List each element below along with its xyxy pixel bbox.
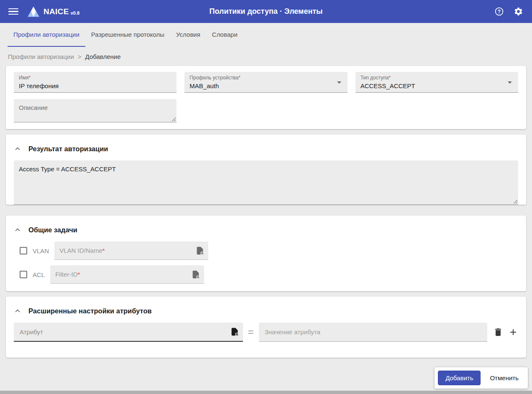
- device-profile-value: MAB_auth: [189, 82, 342, 90]
- device-profile-select[interactable]: Профиль устройства* MAB_auth: [184, 72, 347, 93]
- name-label: Имя*: [19, 75, 171, 81]
- attribute-placeholder: Атрибут: [20, 328, 43, 336]
- name-field[interactable]: Имя*: [14, 72, 176, 93]
- plus-icon[interactable]: [508, 327, 518, 337]
- section-title-common-tasks: Общие задачи: [28, 226, 77, 234]
- vlan-task-row: VLAN VLAN ID/Name*: [14, 241, 518, 260]
- collapse-chevron-icon[interactable]: [14, 145, 21, 153]
- profile-form-card: Имя* Профиль устройства* MAB_auth Тип до…: [6, 66, 526, 129]
- access-type-value: ACCESS_ACCEPT: [361, 82, 513, 90]
- equals-sign: =: [248, 327, 254, 337]
- form-actions-bar: Добавить Отменить: [435, 367, 528, 389]
- help-icon[interactable]: ?: [494, 6, 504, 17]
- horizontal-scrollbar[interactable]: [0, 391, 532, 394]
- chevron-down-icon: [334, 77, 344, 87]
- section-title-advanced: Расширенные настройки атрибутов: [28, 307, 152, 315]
- insert-from-dictionary-icon[interactable]: [230, 327, 239, 336]
- vlan-id-field[interactable]: VLAN ID/Name*: [54, 241, 208, 260]
- resize-handle[interactable]: [171, 117, 176, 121]
- acl-checkbox[interactable]: [20, 271, 27, 278]
- auth-result-card: Результат авторизации Access Type = ACCE…: [6, 135, 526, 205]
- attribute-value-field[interactable]: Значение атрибута: [259, 323, 487, 342]
- app-logo-icon: [27, 6, 40, 18]
- menu-icon[interactable]: [8, 7, 18, 17]
- brand-name: NAICE: [43, 7, 69, 16]
- section-title-auth-result: Результат авторизации: [28, 145, 108, 153]
- description-textarea[interactable]: Описание: [14, 99, 176, 122]
- add-button[interactable]: Добавить: [438, 371, 481, 385]
- advanced-attributes-card: Расширенные настройки атрибутов Атрибут …: [6, 297, 526, 358]
- breadcrumb-parent[interactable]: Профили авторизации: [8, 53, 74, 61]
- page-title: Политики доступа · Элементы: [0, 7, 532, 16]
- tab-conditions[interactable]: Условия: [170, 23, 206, 47]
- attribute-value-placeholder: Значение атрибута: [265, 328, 320, 336]
- collapse-chevron-icon[interactable]: [14, 226, 21, 234]
- breadcrumb: Профили авторизации > Добавление: [0, 47, 532, 66]
- vlan-id-placeholder: VLAN ID/Name*: [59, 247, 105, 254]
- trash-icon[interactable]: [493, 327, 503, 337]
- tab-bar: Профили авторизации Разрешенные протокол…: [0, 23, 532, 47]
- access-type-label: Тип доступа*: [361, 75, 513, 81]
- tab-auth-profiles[interactable]: Профили авторизации: [8, 23, 85, 47]
- gear-icon[interactable]: [513, 6, 524, 17]
- cancel-button[interactable]: Отменить: [484, 371, 524, 385]
- filter-id-field[interactable]: Filter-ID*: [50, 265, 204, 284]
- acl-task-row: ACL Filter-ID*: [14, 265, 518, 284]
- auth-result-textarea[interactable]: Access Type = ACCESS_ACCEPT: [14, 160, 518, 205]
- collapse-chevron-icon[interactable]: [14, 307, 21, 315]
- insert-from-dictionary-icon[interactable]: [191, 270, 200, 279]
- insert-from-dictionary-icon[interactable]: [195, 246, 205, 255]
- chevron-down-icon: [505, 77, 515, 87]
- breadcrumb-separator: >: [78, 53, 82, 61]
- attribute-row: Атрибут = Значение атрибута: [14, 323, 518, 342]
- app-bar: NAICE v0.8 Политики доступа · Элементы ?: [0, 0, 532, 23]
- common-tasks-card: Общие задачи VLAN VLAN ID/Name* ACL Filt…: [6, 216, 526, 291]
- vlan-checkbox[interactable]: [20, 247, 27, 254]
- filter-id-placeholder: Filter-ID*: [55, 271, 80, 278]
- access-type-select[interactable]: Тип доступа* ACCESS_ACCEPT: [356, 72, 518, 93]
- resize-handle[interactable]: [513, 199, 517, 203]
- name-input[interactable]: [19, 82, 171, 90]
- app-version: v0.8: [71, 10, 79, 15]
- svg-text:?: ?: [497, 9, 500, 15]
- tab-dictionaries[interactable]: Словари: [206, 23, 243, 47]
- breadcrumb-current: Добавление: [85, 53, 121, 61]
- auth-result-text: Access Type = ACCESS_ACCEPT: [19, 165, 116, 173]
- attribute-field[interactable]: Атрибут: [14, 323, 243, 342]
- acl-checkbox-label: ACL: [33, 271, 45, 278]
- vlan-checkbox-label: VLAN: [33, 247, 49, 254]
- device-profile-label: Профиль устройства*: [189, 75, 342, 81]
- tab-allowed-protocols[interactable]: Разрешенные протоколы: [85, 23, 170, 47]
- scrollbar-thumb[interactable]: [0, 391, 532, 394]
- description-label: Описание: [19, 104, 48, 111]
